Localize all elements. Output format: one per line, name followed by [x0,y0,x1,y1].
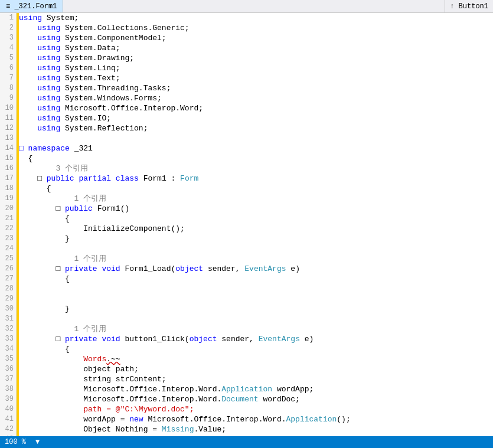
line-number: 23 [0,234,14,244]
line-number: 39 [0,394,14,404]
code-line: string strContent; [19,374,493,384]
code-token: { [19,184,51,194]
line-number: 38 [0,384,14,394]
line-number: 8 [0,83,14,93]
code-token: } [19,304,70,314]
code-line: □ public partial class Form1 : Form [19,174,493,184]
code-token: private [65,264,97,274]
code-token: class [116,174,139,184]
line-number: 27 [0,274,14,284]
code-token: wordDoc; [259,394,300,404]
code-token: using [19,83,60,93]
editor-area: 1234567891011121314151617181920212223242… [0,13,493,436]
code-token: Document [221,394,258,404]
code-token: e) [300,334,314,344]
line-number: 28 [0,284,14,294]
code-token: Object Nothing = [19,424,162,434]
code-line: Microsoft.Office.Interop.Word.Document w… [19,394,493,404]
line-number: 37 [0,374,14,384]
code-token: Missing [162,424,194,434]
line-number: 5 [0,53,14,63]
code-line: wordDoc = wordApp.Documents.Add(ref Noth… [19,434,493,436]
code-token: System.Text; [60,73,120,83]
right-tab-label: ↑ Button1 [450,2,488,11]
code-token: Application [221,384,272,394]
line-number: 7 [0,73,14,83]
code-token: InitializeComponent(); [19,224,185,234]
code-token: □ [19,264,65,274]
code-token: Form [180,174,198,184]
code-token [97,264,102,274]
code-token: Words [83,354,106,364]
code-token: wordDoc = wordApp.Documents.Add(ref Noth… [19,434,471,436]
line-number: 15 [0,153,14,163]
code-line: path = @"C:\Myword.doc"; [19,404,493,414]
code-token: □ namespace [19,143,70,153]
code-area[interactable]: using System; using System.Collections.G… [19,13,493,436]
code-token: object [190,334,217,344]
code-line: { [19,153,493,163]
code-line: using System.Reflection; [19,123,493,133]
code-line: Microsoft.Office.Interop.Word.Applicatio… [19,384,493,394]
code-token: (); [337,414,350,424]
line-number: 11 [0,113,14,123]
code-line: using System.Linq; [19,63,493,73]
code-token: private [65,334,97,344]
line-number: 3 [0,33,14,43]
code-token: using [19,43,60,53]
line-number: 9 [0,93,14,103]
code-line: { [19,214,493,224]
right-tab[interactable]: ↑ Button1 [445,0,493,12]
line-number: 32 [0,324,14,334]
line-number: 13 [0,133,14,143]
code-token: Form1 : [139,174,180,184]
active-tab[interactable]: ≡ _321.Form1 [0,0,63,12]
line-number: 6 [0,63,14,73]
code-token: e) [286,264,300,274]
line-number: 4 [0,43,14,53]
code-token: sender, [203,264,244,274]
code-token: Microsoft.Office.Interop.Word. [143,414,286,424]
code-token: System.ComponentModel; [60,33,166,43]
code-line: using System.Windows.Forms; [19,93,493,103]
code-line: using System.IO; [19,113,493,123]
code-token: partial [79,174,111,184]
zoom-arrow[interactable]: ▼ [35,438,40,446]
code-line: using System; [19,13,493,23]
code-token: Microsoft.Office.Interop.Word; [60,103,203,113]
code-token: 1 个引用 [19,194,106,204]
code-wrapper: using System; using System.Collections.G… [19,13,493,436]
code-line: □ public Form1() [19,204,493,214]
code-line: { [19,344,493,354]
code-token: System.Threading.Tasks; [60,83,171,93]
code-token: public [47,174,74,184]
line-number: 35 [0,354,14,364]
code-token [74,174,79,184]
line-number: 2 [0,23,14,33]
line-number: 40 [0,404,14,414]
line-number: 12 [0,123,14,133]
status-bar: 100 % ▼ [0,436,493,448]
line-number: 24 [0,244,14,254]
code-line: 3 个引用 [19,163,493,174]
line-number: 31 [0,314,14,324]
line-numbers: 1234567891011121314151617181920212223242… [0,13,17,436]
code-token: Form1() [93,204,129,214]
code-line: □ private void Form1_Load(object sender,… [19,264,493,274]
code-token: public [65,204,93,214]
code-token: using [19,33,60,43]
line-number: 26 [0,264,14,274]
code-token: using [19,113,60,123]
code-line: using System.Text; [19,73,493,83]
code-token: □ [19,334,65,344]
code-token: EventArgs [244,264,286,274]
code-line: using System.Collections.Generic; [19,23,493,33]
code-token: System; [42,13,79,23]
code-token: using [19,63,60,73]
code-token: wordApp = [19,414,129,424]
code-token: 1 个引用 [19,324,106,334]
code-token: 3 个引用 [19,163,88,174]
line-number: 20 [0,204,14,214]
tab-bar: ≡ _321.Form1 ↑ Button1 [0,0,493,13]
code-token: .Value; [194,424,226,434]
